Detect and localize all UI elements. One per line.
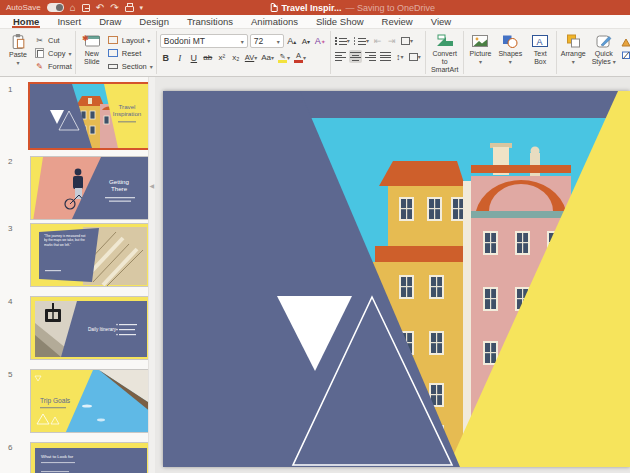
justify-icon xyxy=(380,52,391,61)
tab-slideshow[interactable]: Slide Show xyxy=(307,15,373,28)
slide-canvas xyxy=(155,77,630,473)
shapes-icon xyxy=(501,33,519,49)
ribbon: Paste ▾ ✂Cut Copy ▾ ✎ Format ✱ New Slide xyxy=(0,29,630,77)
increase-font-size-button[interactable]: A▴ xyxy=(286,35,298,48)
slide-thumbnail-4[interactable]: Daily Itinerary xyxy=(30,296,150,360)
change-case-button[interactable]: Aa▾ xyxy=(260,51,275,64)
bold-button[interactable]: B xyxy=(160,51,172,64)
autosave-label: AutoSave xyxy=(6,3,41,12)
align-right-button[interactable] xyxy=(364,50,377,63)
cut-button[interactable]: ✂Cut xyxy=(34,34,72,46)
panel-collapse-arrow-icon[interactable]: ◀ xyxy=(149,182,154,189)
section-button[interactable]: Section ▾ xyxy=(108,60,153,72)
print-icon[interactable] xyxy=(125,6,134,12)
tab-transitions[interactable]: Transitions xyxy=(178,15,242,28)
decrease-indent-button[interactable]: ⇤ xyxy=(372,34,384,47)
slide-thumbnail-3[interactable]: “The journey is measured not by the maps… xyxy=(30,223,150,287)
slide-thumbnail-1[interactable]: Travel Inspiration xyxy=(30,84,150,148)
shape-fill-button[interactable]: Shape Fill xyxy=(621,36,630,48)
copy-icon xyxy=(37,50,44,58)
slides-group: ✱ New Slide Layout ▾ Reset Section ▾ xyxy=(76,31,157,74)
customize-toolbar-chevron-icon[interactable]: ▾ xyxy=(140,3,144,13)
align-center-icon xyxy=(350,52,361,61)
arrange-button[interactable]: Arrange ▾ xyxy=(560,32,586,67)
line-spacing-button[interactable]: ↕▾ xyxy=(394,50,406,63)
new-slide-icon: ✱ xyxy=(82,33,101,49)
tab-insert[interactable]: Insert xyxy=(48,15,90,28)
convert-to-smartart-button[interactable]: Convert to SmartArt xyxy=(429,32,461,75)
ribbon-tabs: Home Insert Draw Design Transitions Anim… xyxy=(0,15,630,29)
cut-icon: ✂ xyxy=(34,36,45,45)
undo-icon[interactable]: ↶ xyxy=(96,3,104,13)
bullets-icon xyxy=(335,36,347,45)
columns-button[interactable]: ▾ xyxy=(408,50,422,63)
superscript-button[interactable]: x² xyxy=(216,51,228,64)
slide-number: 3 xyxy=(0,223,30,287)
quick-styles-button[interactable]: Quick Styles ▾ xyxy=(589,32,618,67)
tab-review[interactable]: Review xyxy=(373,15,422,28)
document-title: Travel Inspir... — Saving to OneDrive xyxy=(271,3,436,13)
shape-outline-button[interactable]: Shape Outline xyxy=(621,49,630,61)
svg-text:✱: ✱ xyxy=(82,34,89,43)
format-painter-button[interactable]: ✎ Format xyxy=(34,60,72,72)
justify-button[interactable] xyxy=(379,50,392,63)
smartart-icon xyxy=(435,33,455,49)
italic-button[interactable]: I xyxy=(174,51,186,64)
paragraph-marks-button[interactable]: ▾ xyxy=(400,34,414,47)
redo-icon[interactable]: ↷ xyxy=(110,3,118,13)
tab-view[interactable]: View xyxy=(422,15,460,28)
current-slide-editor[interactable] xyxy=(163,91,630,467)
numbering-icon xyxy=(354,36,366,45)
tab-animations[interactable]: Animations xyxy=(242,15,307,28)
title-bar: AutoSave ⌂ ↶ ↷ ▾ Travel Inspir... — Savi… xyxy=(0,0,630,15)
reset-icon xyxy=(108,49,118,57)
align-left-button[interactable] xyxy=(334,50,347,63)
thumbnail-scrollbar[interactable] xyxy=(148,77,155,473)
paste-button[interactable]: Paste ▾ xyxy=(5,32,31,68)
slide-thumbnail-6[interactable]: What to Look for xyxy=(30,442,150,473)
thumb2-title-line2: There xyxy=(111,185,128,192)
tab-draw[interactable]: Draw xyxy=(90,15,130,28)
reset-button[interactable]: Reset xyxy=(108,47,153,59)
slide-number: 4 xyxy=(0,296,30,360)
character-spacing-button[interactable]: AV▾ xyxy=(244,51,258,64)
font-size-select[interactable]: 72▾ xyxy=(250,34,284,48)
align-left-icon xyxy=(335,52,346,61)
quick-styles-icon xyxy=(595,33,613,49)
document-icon xyxy=(271,3,278,12)
tab-design[interactable]: Design xyxy=(130,15,178,28)
slide-thumbnail-2[interactable]: Getting There xyxy=(30,156,150,220)
layout-button[interactable]: Layout ▾ xyxy=(108,34,153,46)
autosave-toggle[interactable] xyxy=(47,3,64,12)
save-icon[interactable] xyxy=(82,4,90,12)
slide-thumbnail-panel: 1 xyxy=(0,77,155,473)
align-center-button[interactable] xyxy=(349,50,362,63)
text-box-button[interactable]: A Text Box xyxy=(527,32,553,67)
slide-number: 6 xyxy=(0,442,30,473)
thumb1-title-line1: Travel xyxy=(119,103,136,110)
shapes-button[interactable]: Shapes ▾ xyxy=(497,32,525,67)
increase-indent-button[interactable]: ⇥ xyxy=(386,34,398,47)
highlight-color-button[interactable]: ✎▾ xyxy=(277,51,291,64)
saving-status: — Saving to OneDrive xyxy=(346,3,436,13)
arrange-icon xyxy=(565,33,582,49)
picture-button[interactable]: Picture ▾ xyxy=(467,32,493,67)
paste-icon xyxy=(10,33,27,50)
copy-button[interactable]: Copy ▾ xyxy=(34,47,72,59)
home-icon[interactable]: ⌂ xyxy=(70,3,76,13)
new-slide-button[interactable]: ✱ New Slide xyxy=(79,32,105,67)
thumb6-title: What to Look for xyxy=(41,454,74,459)
strikethrough-button[interactable]: ab xyxy=(202,51,214,64)
underline-button[interactable]: U xyxy=(188,51,200,64)
thumb3-quote: “The journey is measured not by the maps… xyxy=(44,234,86,247)
layout-icon xyxy=(108,36,118,44)
decrease-font-size-button[interactable]: A▾ xyxy=(300,35,312,48)
font-name-select[interactable]: Bodoni MT▾ xyxy=(160,34,248,48)
slide-thumbnail-5[interactable]: Trip Goals xyxy=(30,369,150,433)
tab-home[interactable]: Home xyxy=(4,15,48,28)
numbering-button[interactable]: ▾ xyxy=(353,34,370,47)
bullets-button[interactable]: ▾ xyxy=(334,34,351,47)
subscript-button[interactable]: x₂ xyxy=(230,51,242,64)
font-color-button[interactable]: A▾ xyxy=(293,51,307,64)
clear-formatting-button[interactable]: A✦ xyxy=(314,35,327,48)
